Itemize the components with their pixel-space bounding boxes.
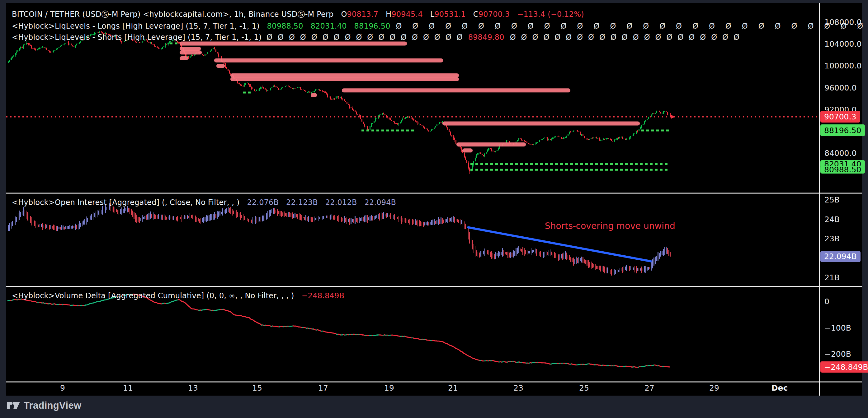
time-tick-17: 17 bbox=[318, 383, 328, 393]
price-badge-88196.50: 88196.50 bbox=[820, 125, 865, 136]
legend-symbol-row[interactable]: BITCOIN / TETHER (USDⓈ-M Perp) <hyblockc… bbox=[12, 10, 584, 19]
shorts-empty-slots-left: Ø Ø Ø Ø Ø Ø Ø Ø Ø Ø Ø Ø Ø Ø Ø Ø Ø Ø bbox=[267, 33, 463, 42]
oi-high-value: 22.123B bbox=[286, 198, 318, 207]
price-tick-96000.0: 96000.0 bbox=[825, 83, 857, 93]
legend-open-interest-row[interactable]: <Hyblock>Open Interest [Aggregated] (, C… bbox=[12, 198, 396, 207]
vd-tick-−100B: −100B bbox=[825, 323, 851, 333]
liqlevels-shorts-title: <Hyblock>LiqLevels - Shorts [High Levera… bbox=[12, 33, 261, 42]
oi-close-value: 22.094B bbox=[364, 198, 396, 207]
time-tick-27: 27 bbox=[645, 383, 654, 393]
oi-low-value: 22.012B bbox=[326, 198, 357, 207]
longs-level-2: 82031.40 bbox=[311, 22, 347, 31]
vd-tick-0: 0 bbox=[825, 297, 829, 306]
price-badge-90700.3: 90700.3 bbox=[820, 111, 860, 123]
longs-empty-slots: Ø Ø Ø Ø Ø Ø Ø Ø Ø Ø Ø Ø Ø Ø Ø Ø Ø Ø Ø Ø … bbox=[396, 22, 868, 31]
chart-canvas[interactable] bbox=[0, 0, 868, 418]
ohlc-close-label: C bbox=[473, 10, 478, 19]
oi-tick-21B: 21B bbox=[825, 273, 840, 282]
ohlc-high-label: H bbox=[386, 10, 391, 19]
shorts-level-value: 89849.80 bbox=[468, 33, 504, 42]
time-tick-Dec: Dec bbox=[772, 383, 788, 393]
ohlc-open-value: 90813.7 bbox=[347, 10, 378, 19]
time-tick-9: 9 bbox=[60, 383, 65, 393]
price-tick-108000.0: 108000.0 bbox=[825, 18, 862, 27]
vd-last-value-badge: −248.849B bbox=[820, 361, 868, 373]
time-tick-11: 11 bbox=[123, 383, 133, 393]
time-tick-29: 29 bbox=[709, 383, 719, 393]
time-tick-25: 25 bbox=[579, 383, 589, 393]
vd-tick-−200B: −200B bbox=[825, 350, 851, 359]
symbol-title: BITCOIN / TETHER (USDⓈ-M Perp) <hyblockc… bbox=[12, 10, 334, 19]
volume-delta-value: −248.849B bbox=[301, 291, 344, 300]
oi-open-value: 22.076B bbox=[247, 198, 279, 207]
ohlc-close-value: 90700.3 bbox=[478, 10, 510, 19]
tradingview-logo-icon bbox=[7, 401, 20, 410]
oi-tick-25B: 25B bbox=[825, 195, 840, 205]
tradingview-chart-window: BITCOIN / TETHER (USDⓈ-M Perp) <hyblockc… bbox=[0, 0, 868, 418]
ohlc-low-label: L bbox=[430, 10, 435, 19]
time-tick-21: 21 bbox=[448, 383, 458, 393]
price-tick-100000.0: 100000.0 bbox=[825, 61, 862, 71]
oi-last-value-badge: 22.094B bbox=[820, 251, 861, 262]
time-tick-19: 19 bbox=[384, 383, 394, 393]
legend-liqlevels-longs-row[interactable]: <Hyblock>LiqLevels - Longs [High Leverag… bbox=[12, 22, 868, 31]
legend-liqlevels-shorts-row[interactable]: <Hyblock>LiqLevels - Shorts [High Levera… bbox=[12, 33, 739, 42]
ohlc-high-value: 90945.4 bbox=[391, 10, 423, 19]
longs-level-3: 88196.50 bbox=[354, 22, 390, 31]
annotation-shorts-covering-text[interactable]: Shorts-covering move unwind bbox=[545, 221, 675, 231]
tradingview-logo-text: TradingView bbox=[24, 400, 81, 411]
longs-level-1: 80988.50 bbox=[267, 22, 303, 31]
ohlc-low-value: 90531.1 bbox=[434, 10, 466, 19]
shorts-empty-slots-right: Ø Ø Ø Ø Ø Ø Ø Ø Ø Ø Ø Ø Ø Ø Ø Ø Ø Ø Ø Ø … bbox=[510, 33, 739, 42]
liqlevels-longs-title: <Hyblock>LiqLevels - Longs [High Leverag… bbox=[12, 22, 260, 31]
price-tick-104000.0: 104000.0 bbox=[825, 39, 862, 49]
open-interest-title: <Hyblock>Open Interest [Aggregated] (, C… bbox=[12, 198, 240, 207]
time-tick-15: 15 bbox=[252, 383, 262, 393]
price-tick-84000.0: 84000.0 bbox=[825, 149, 857, 158]
oi-tick-24B: 24B bbox=[825, 215, 840, 224]
price-badge-80988.50: 80988.50 bbox=[820, 166, 865, 174]
time-tick-23: 23 bbox=[514, 383, 523, 393]
time-tick-13: 13 bbox=[188, 383, 198, 393]
volume-delta-title: <Hyblock>Volume Delta [Aggregated Cumula… bbox=[12, 291, 294, 300]
legend-volume-delta-row[interactable]: <Hyblock>Volume Delta [Aggregated Cumula… bbox=[12, 291, 344, 301]
tradingview-logo[interactable]: TradingView bbox=[7, 400, 81, 411]
change-value: −113.4 (−0.12%) bbox=[517, 10, 584, 19]
oi-tick-23B: 23B bbox=[825, 234, 840, 244]
ohlc-open-label: O bbox=[341, 10, 347, 19]
